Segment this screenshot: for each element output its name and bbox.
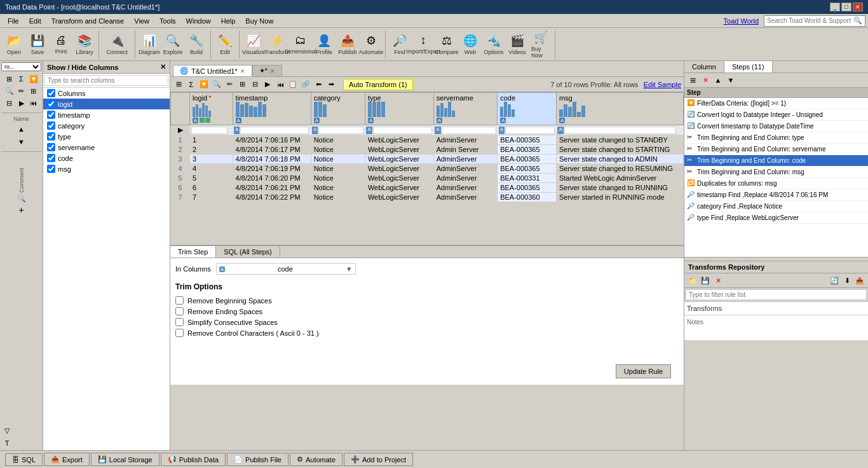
open-button[interactable]: 📂Open [3, 31, 25, 58]
col-item-logid[interactable]: logid [43, 99, 170, 109]
left-tool-8[interactable]: ▶ [16, 97, 27, 109]
left-tool-5[interactable]: ✏ [16, 85, 27, 97]
col-checkbox-logid[interactable] [47, 100, 55, 108]
menu-help[interactable]: Help [216, 16, 241, 26]
col-header-code[interactable]: code A [498, 93, 557, 125]
transforms-download-btn[interactable]: ⬇ [841, 275, 853, 286]
col-item-code[interactable]: code [43, 153, 170, 163]
filter-servername[interactable] [442, 127, 496, 134]
close-button[interactable]: ✕ [853, 3, 863, 11]
steps-tool-add[interactable]: ⊞ [687, 74, 698, 86]
tab-close-icon[interactable]: ✕ [240, 68, 245, 74]
web-button[interactable]: 🌐Web [459, 31, 482, 58]
videos-button[interactable]: 🎬Videos [506, 31, 529, 58]
col-checkbox-timestamp[interactable] [47, 111, 55, 119]
col-checkbox-category[interactable] [47, 121, 55, 130]
transforms-delete-btn[interactable]: ✕ [712, 275, 724, 286]
col-checkbox-type[interactable] [47, 132, 55, 141]
transforms-save-btn[interactable]: 💾 [700, 275, 711, 286]
print-button[interactable]: 🖨Print [50, 31, 72, 58]
cell-code[interactable]: BEA-000365 [498, 135, 557, 145]
cell-servername[interactable]: AdminServer [433, 135, 497, 145]
step-8[interactable]: 🔁 Duplicates for columns: msg [684, 178, 868, 189]
strip-btn-12[interactable]: ⬅ [313, 79, 324, 90]
save-button[interactable]: 💾Save [26, 31, 49, 58]
col-item-category[interactable]: category [43, 120, 170, 131]
left-add-btn[interactable]: + [16, 204, 27, 216]
cell-category[interactable]: Notice [311, 145, 365, 155]
columns-close-icon[interactable]: ✕ [160, 63, 166, 71]
strip-btn-13[interactable]: ➡ [325, 79, 337, 90]
cell-logid[interactable]: 4 [190, 164, 233, 174]
step-3[interactable]: 🔄 Convert timestamp to Datatype DateTime [684, 121, 868, 132]
strip-btn-10[interactable]: 📋 [287, 79, 299, 90]
cell-code[interactable]: BEA-000360 [498, 193, 557, 202]
left-tool-2[interactable]: Σ [16, 73, 27, 85]
col-header-type[interactable]: type A [365, 93, 433, 125]
cell-timestamp[interactable]: 4/8/2014 7:06:18 PM [233, 155, 311, 164]
tab2-close-icon[interactable]: ✕ [270, 68, 275, 74]
search-input[interactable] [767, 17, 853, 24]
cb-remove-ending[interactable] [175, 307, 184, 315]
strip-btn-8[interactable]: ▶ [262, 79, 273, 90]
transforms-share-btn[interactable]: 📤 [854, 275, 865, 286]
cell-timestamp[interactable]: 4/8/2014 7:06:20 PM [233, 174, 311, 183]
col-checkbox-msg[interactable] [47, 165, 55, 173]
menu-tools[interactable]: Tools [154, 16, 181, 26]
library-button[interactable]: 📚Library [73, 31, 96, 58]
action-export-btn[interactable]: 📤 Export [44, 453, 90, 466]
toad-world-link[interactable]: Toad World [724, 17, 759, 25]
menu-window[interactable]: Window [181, 16, 216, 26]
cell-msg[interactable]: Server state changed to RUNNING [556, 183, 683, 193]
cell-category[interactable]: Notice [311, 164, 365, 174]
edit-button[interactable]: ✏️Edit [214, 31, 236, 58]
cell-category[interactable]: Notice [311, 155, 365, 164]
action-publish-file-btn[interactable]: 📄 Publish File [227, 453, 288, 466]
cell-logid[interactable]: 7 [190, 193, 233, 202]
tab-column[interactable]: Column [684, 61, 724, 72]
left-tool-9[interactable]: ⏮ [28, 97, 39, 109]
strip-btn-11[interactable]: 🔗 [300, 79, 311, 90]
transforms-filter-input[interactable] [686, 289, 867, 300]
step-10[interactable]: 🔎 category Find ,Replace Notice [684, 201, 868, 212]
buynow-toolbar-button[interactable]: 🛒Buy Now [529, 31, 552, 58]
cell-logid[interactable]: 2 [190, 145, 233, 155]
cell-category[interactable]: Notice [311, 135, 365, 145]
left-tool-3[interactable]: 🔽 [28, 73, 39, 85]
col-item-servername[interactable]: servername [43, 142, 170, 153]
column-search-input[interactable] [44, 75, 168, 86]
cell-logid[interactable]: 6 [190, 183, 233, 193]
cell-logid[interactable]: 3 [190, 155, 233, 164]
left-tool-1[interactable]: ⊞ [4, 73, 15, 85]
tab-trim-step[interactable]: Trim Step [170, 246, 216, 258]
cell-timestamp[interactable]: 4/8/2014 7:06:21 PM [233, 183, 311, 193]
action-automate-btn[interactable]: ⚙ Automate [290, 453, 342, 466]
col-item-msg[interactable]: msg [43, 163, 170, 174]
transforms-refresh-btn[interactable]: 🔄 [829, 275, 840, 286]
cell-timestamp[interactable]: 4/8/2014 7:06:19 PM [233, 164, 311, 174]
cell-servername[interactable]: AdminServer [433, 155, 497, 164]
cell-category[interactable]: Notice [311, 193, 365, 202]
action-publish-data-btn[interactable]: 📢 Publish Data [161, 453, 226, 466]
step-2[interactable]: 🔄 Convert logid to Datatype Integer - Un… [684, 109, 868, 121]
cell-servername[interactable]: AdminServer [433, 183, 497, 193]
cell-msg[interactable]: Server state changed to STANDBY [556, 135, 683, 145]
steps-tool-down[interactable]: ▼ [725, 74, 736, 86]
connect-button[interactable]: 🔌Connect [102, 31, 132, 58]
profile-button[interactable]: 👤Profile [313, 31, 336, 58]
left-tool-6[interactable]: ⊞ [28, 85, 39, 97]
steps-tool-delete[interactable]: ✕ [700, 74, 711, 86]
step-11[interactable]: 🔎 type Find ,Replace WebLogicServer [684, 212, 868, 224]
tab-second[interactable]: ✦* ✕ [252, 65, 282, 76]
col-header-msg[interactable]: msg A [556, 93, 683, 125]
filter-type[interactable] [373, 127, 433, 134]
cell-type[interactable]: WebLogicServer [365, 155, 433, 164]
strip-btn-7[interactable]: ⊟ [249, 79, 261, 90]
strip-btn-6[interactable]: ⊞ [236, 79, 248, 90]
tab-sql-all-steps[interactable]: SQL (All Steps) [216, 246, 280, 258]
strip-btn-3[interactable]: 🔽 [198, 79, 210, 90]
cell-type[interactable]: WebLogicServer [365, 145, 433, 155]
left-filter-btn[interactable]: ▽ [1, 425, 13, 436]
diagram-button[interactable]: 📊Diagram [138, 31, 161, 58]
column-selector[interactable]: A code ▼ [216, 263, 356, 275]
